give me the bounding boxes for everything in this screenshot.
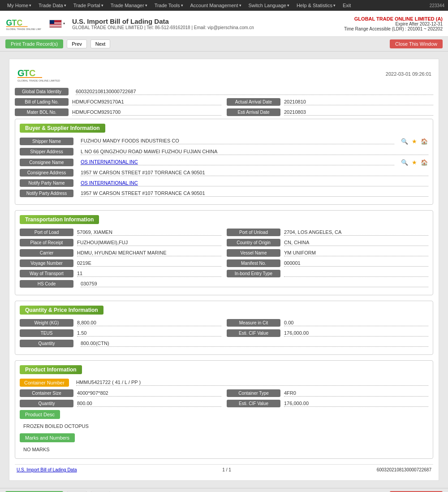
container-type-label: Container Type [227, 389, 280, 397]
bill-lading-col: Bill of Lading No. HDMUFOCM929170A1 [15, 98, 221, 106]
svg-rect-3 [6, 26, 28, 27]
measure-in-cit-value: 0.00 [284, 320, 428, 326]
quantity-price-section: Quantity & Price Information Weight (KG)… [15, 301, 433, 355]
quantity-row: Quantity 800.00(CTN) [20, 340, 428, 347]
carrier-col: Carrier HDMU, HYUNDAI MERCHANT MARINE [20, 249, 221, 257]
record-footer-link[interactable]: U.S. Import Bill of Lading Data [17, 467, 77, 472]
shipper-address-row: Shipper Address L NO 66 QINGZHOU ROAD MA… [20, 148, 428, 155]
global-data-identity-value: 6003202108130000722687 [76, 89, 433, 95]
mater-bol-row: Mater BOL No. HDMUFOCM9291700 Esti Arriv… [15, 108, 433, 116]
teus-label: TEUS [20, 329, 73, 337]
record-header: G T C GLOBAL TRADE ONLINE LIMITED 2022-0… [15, 65, 433, 83]
home-icon[interactable]: 🏠 [420, 137, 428, 145]
next-button[interactable]: Next [90, 39, 111, 48]
port-of-load-value: 57069, XIAMEN [77, 229, 221, 236]
shipper-address-label: Shipper Address [20, 148, 73, 155]
nav-switch-language[interactable]: Switch Language ▾ [245, 3, 293, 8]
weight-col: Weight (KG) 8,800.00 [20, 319, 221, 327]
esti-arrival-value: 20210803 [284, 109, 433, 116]
top-navigation: My Home ▾ Trade Data ▾ Trade Portal ▾ Tr… [0, 0, 448, 11]
nav-help-statistics[interactable]: Help & Statistics ▾ [293, 3, 339, 8]
vessel-name-col: Vessel Name YM UNIFORM [227, 249, 428, 257]
actual-arrival-value: 20210810 [284, 99, 433, 105]
way-transport-col: Way of Transport 11 [20, 270, 221, 277]
home-icon[interactable]: 🏠 [420, 158, 428, 166]
mater-bol-col: Mater BOL No. HDMUFOCM9291700 [15, 108, 221, 116]
print-button[interactable]: Print Trade Record(s) [5, 39, 63, 48]
way-of-transport-label: Way of Transport [20, 270, 73, 277]
voyage-number-value: 0219E [77, 260, 221, 267]
product-esti-cif-col: Esti. CIF Value 176,000.00 [227, 400, 428, 407]
weight-row: Weight (KG) 8,800.00 Measure in Cit 0.00 [20, 319, 428, 327]
shipper-name-value: FUZHOU MANDY FOODS INDUSTRIES CO [81, 138, 394, 144]
nav-exit[interactable]: Exit [339, 3, 354, 8]
container-number-value: HMMU5421722 ( 41 / L / PP ) [76, 380, 428, 386]
hs-code-label: HS Code [20, 280, 73, 288]
product-esti-cif-value: 176,000.00 [284, 401, 428, 407]
svg-text:C: C [29, 68, 35, 78]
account-info: GLOBAL TRADE ONLINE LIMITED (A) Expire A… [344, 16, 443, 31]
shipper-icons: 🔍 ★ 🏠 [401, 137, 428, 145]
search-icon[interactable]: 🔍 [401, 158, 409, 166]
container-type-value: 4FR0 [284, 390, 428, 397]
nav-my-home[interactable]: My Home ▾ [4, 3, 35, 8]
product-quantity-label: Quantity [20, 400, 73, 407]
port-of-unload-label: Port of Unload [227, 229, 280, 236]
page-footer: Print Trade Record(s) Prev Next Close Th… [0, 488, 448, 492]
record-id: 6003202108130000722687 [377, 467, 431, 472]
container-number-row: Container Number HMMU5421722 ( 41 / L / … [20, 379, 428, 387]
shipper-name-row: Shipper Name FUZHOU MANDY FOODS INDUSTRI… [20, 137, 428, 145]
close-button[interactable]: Close This Window [390, 39, 443, 48]
carrier-value: HDMU, HYUNDAI MERCHANT MARINE [77, 250, 221, 256]
chevron-icon: ▾ [145, 3, 147, 8]
prev-button[interactable]: Prev [67, 39, 87, 48]
consignee-icons: 🔍 ★ 🏠 [401, 158, 428, 166]
notify-party-address-label: Notify Party Address [20, 190, 73, 197]
consignee-address-row: Consignee Address 1957 W CARSON STREET #… [20, 169, 428, 177]
consignee-name-label: Consignee Name [20, 159, 73, 166]
nav-trade-portal[interactable]: Trade Portal ▾ [70, 3, 107, 8]
chevron-icon: ▾ [287, 3, 289, 8]
consignee-address-label: Consignee Address [20, 169, 73, 177]
shipper-address-value: L NO 66 QINGZHOU ROAD MAWEI FUZHOU FUJIA… [81, 149, 428, 155]
company-name: GLOBAL TRADE ONLINE LIMITED (A) [344, 16, 443, 22]
nav-trade-tools[interactable]: Trade Tools ▾ [151, 3, 187, 8]
product-desc-label[interactable]: Product Desc [20, 410, 60, 419]
flag-area[interactable]: ▾ [49, 20, 65, 28]
nav-trade-data[interactable]: Trade Data ▾ [35, 3, 70, 8]
country-of-origin-label: Country of Origin [227, 239, 280, 246]
place-receipt-col: Place of Receipt FUZHOU(MAWEI),FUJ [20, 239, 221, 246]
svg-text:T: T [12, 18, 17, 27]
record-logo: G T C GLOBAL TRADE ONLINE LIMITED [17, 65, 66, 83]
container-number-label[interactable]: Container Number [20, 379, 69, 387]
esti-cif-value-value: 176,000.00 [284, 330, 428, 337]
hs-code-row: HS Code 030759 [20, 280, 428, 288]
quantity-price-title: Quantity & Price Information [20, 306, 103, 315]
consignee-address-value: 1957 W CARSON STREET #107 TORRANCE CA 90… [81, 170, 428, 176]
nav-account-management[interactable]: Account Management ▾ [187, 3, 245, 8]
hs-code-value: 030759 [81, 281, 428, 287]
star-icon[interactable]: ★ [410, 158, 418, 166]
container-size-col: Container Size 4000*907*802 [20, 389, 221, 397]
svg-text:T: T [24, 68, 29, 78]
search-icon[interactable]: 🔍 [401, 137, 409, 145]
star-icon[interactable]: ★ [410, 137, 418, 145]
svg-text:G: G [6, 18, 13, 27]
container-size-label: Container Size [20, 389, 73, 397]
teus-col: TEUS 1.50 [20, 329, 221, 337]
voyage-row: Voyage Number 0219E Manifest No. 000001 [20, 259, 428, 267]
port-unload-col: Port of Unload 2704, LOS ANGELES, CA [227, 229, 428, 236]
expire-date: Expire After 2022-12-31 [344, 22, 443, 26]
chevron-icon: ▾ [64, 3, 66, 8]
place-of-receipt-label: Place of Receipt [20, 239, 73, 246]
manifest-no-value: 000001 [284, 260, 428, 267]
svg-text:GLOBAL TRADE ONLINE LIMITED: GLOBAL TRADE ONLINE LIMITED [6, 28, 41, 30]
container-type-col: Container Type 4FR0 [227, 389, 428, 397]
nav-trade-manager[interactable]: Trade Manager ▾ [107, 3, 151, 8]
port-of-load-label: Port of Load [20, 229, 73, 236]
in-bond-entry-value [284, 271, 428, 277]
chevron-icon: ▾ [239, 3, 241, 8]
marks-numbers-label[interactable]: Marks and Numbers [20, 433, 75, 442]
weight-kg-value: 8,800.00 [77, 320, 221, 326]
page-info: 1 / 1 [222, 467, 231, 472]
